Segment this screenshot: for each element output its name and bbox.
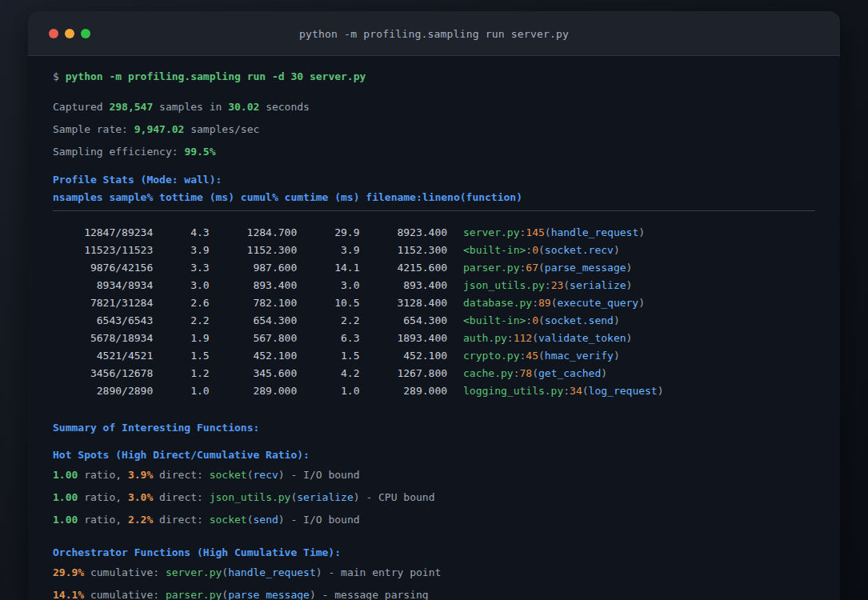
nsamples-cell: 9876/42156 <box>53 259 153 277</box>
sample-pct-cell: 3.0 <box>153 277 209 294</box>
tottime-cell: 987.600 <box>210 259 298 277</box>
prompt-symbol: $ <box>53 70 66 82</box>
cumul-pct-cell: 1.0 <box>297 382 359 400</box>
filename: <built-in> <box>463 314 526 326</box>
colon-separator: : <box>532 297 538 309</box>
close-paren: ) <box>614 314 620 326</box>
line-number: 45 <box>526 350 538 362</box>
tottime-cell: 452.100 <box>210 347 298 365</box>
sample-rate-line: Sample rate: 9,947.02 samples/sec <box>53 122 815 138</box>
open-paren: ( <box>538 244 545 256</box>
cumul-pct-cell: 1.5 <box>297 347 359 365</box>
text-segment: Sampling efficiency: <box>53 146 184 158</box>
cumtime-cell: 4215.600 <box>359 259 447 277</box>
function-location-cell: crypto.py:45(hmac_verify) <box>463 350 620 362</box>
cumtime-cell: 1893.400 <box>359 330 447 347</box>
line-number: 145 <box>526 226 544 238</box>
text-segment: Captured <box>53 101 109 113</box>
text-segment: 9,947.02 <box>134 123 185 135</box>
nsamples-cell: 11523/11523 <box>53 242 153 259</box>
line-number: 67 <box>526 262 538 274</box>
filename: logging_utils.py <box>463 385 563 397</box>
ratio-value: 1.00 <box>53 491 78 503</box>
function-location-cell: logging_utils.py:34(log_request) <box>463 385 663 397</box>
table-row: 7821/312842.6782.10010.53128.400database… <box>53 294 815 312</box>
filename: json_utils.py <box>463 279 545 291</box>
terminal-content[interactable]: $ python -m profiling.sampling run -d 30… <box>28 56 840 600</box>
stats-table-header: nsamples sample% tottime (ms) cumul% cum… <box>53 189 815 206</box>
open-paren: ( <box>247 514 254 526</box>
cumul-pct-cell: 3.0 <box>297 277 359 294</box>
nsamples-cell: 2890/2890 <box>53 382 153 400</box>
bound-note: - CPU bound <box>360 491 435 503</box>
nsamples-cell: 4521/4521 <box>53 347 153 365</box>
function-name: hmac_verify <box>545 350 614 362</box>
close-paren: ) <box>614 350 620 362</box>
filename: cache.py <box>463 367 514 379</box>
tottime-cell: 289.000 <box>210 382 298 400</box>
line-number: 34 <box>570 385 582 397</box>
orchestrator-item: 14.1% cumulative: parser.py(parse_messag… <box>53 584 815 600</box>
captured-line: Captured 298,547 samples in 30.02 second… <box>53 99 815 115</box>
orchestrator-item: 29.9% cumulative: server.py(handle_reque… <box>53 562 815 584</box>
orchestrators-list: 29.9% cumulative: server.py(handle_reque… <box>53 562 815 600</box>
sample-pct-cell: 1.5 <box>153 347 209 365</box>
open-paren: ( <box>563 279 570 291</box>
sample-pct-cell: 3.3 <box>153 259 209 277</box>
function-name: log_request <box>589 385 658 397</box>
function-location-cell: auth.py:112(validate_token) <box>463 332 632 344</box>
table-row: 4521/45211.5452.1001.5452.100crypto.py:4… <box>53 347 815 365</box>
text-segment: samples in <box>153 101 228 113</box>
role-note: - main entry point <box>322 566 442 578</box>
table-divider <box>53 210 815 211</box>
tottime-cell: 782.100 <box>210 294 298 312</box>
function-name: send <box>254 514 278 526</box>
summary-section-title: Summary of Interesting Functions: <box>53 419 815 437</box>
cumtime-cell: 1267.800 <box>359 365 447 382</box>
titlebar[interactable]: python -m profiling.sampling run server.… <box>28 11 840 56</box>
cumtime-cell: 3128.400 <box>359 294 447 312</box>
close-paren: ) <box>658 385 664 397</box>
ratio-label: ratio, <box>78 514 128 526</box>
command-line: $ python -m profiling.sampling run -d 30… <box>53 69 815 85</box>
filename: crypto.py <box>463 350 519 362</box>
command-text: python -m profiling.sampling run -d 30 s… <box>66 70 366 82</box>
sample-pct-cell: 3.9 <box>153 242 209 259</box>
sample-pct-cell: 2.6 <box>153 294 209 312</box>
nsamples-cell: 3456/12678 <box>53 365 153 382</box>
efficiency-line: Sampling efficiency: 99.5% <box>53 144 815 160</box>
close-paren: ) <box>354 491 360 503</box>
ratio-value: 1.00 <box>53 469 78 481</box>
filename: <built-in> <box>463 244 526 256</box>
filename: parser.py <box>463 262 519 274</box>
function-name: validate_token <box>538 332 626 344</box>
cumulative-label: cumulative: <box>84 566 166 578</box>
cumul-pct-cell: 3.9 <box>297 242 359 259</box>
bound-note: - I/O bound <box>285 514 360 526</box>
open-paren: ( <box>538 350 545 362</box>
cumtime-cell: 452.100 <box>359 347 447 365</box>
direct-label: direct: <box>153 514 209 526</box>
close-paren: ) <box>601 367 607 379</box>
direct-label: direct: <box>153 491 209 503</box>
colon-separator: : <box>507 332 514 344</box>
cumul-pct-cell: 14.1 <box>297 259 359 277</box>
role-note: - message parsing <box>316 589 429 600</box>
function-location-cell: server.py:145(handle_request) <box>463 226 645 238</box>
hot-spot-item: 1.00 ratio, 3.0% direct: json_utils.py(s… <box>53 486 815 509</box>
ratio-value: 1.00 <box>53 514 78 526</box>
line-number: 89 <box>538 297 551 309</box>
line-number: 78 <box>520 367 533 379</box>
tottime-cell: 345.600 <box>210 365 298 382</box>
target-name: parser.py <box>166 589 222 600</box>
hot-spots-list: 1.00 ratio, 3.9% direct: socket(recv) - … <box>53 464 815 531</box>
orchestrators-title: Orchestrator Functions (High Cumulative … <box>53 544 815 562</box>
open-paren: ( <box>582 385 589 397</box>
open-paren: ( <box>545 226 551 238</box>
close-paren: ) <box>278 514 285 526</box>
text-segment: 99.5% <box>184 146 215 158</box>
close-paren: ) <box>638 226 645 238</box>
cumtime-cell: 1152.300 <box>359 242 447 259</box>
table-row: 6543/65432.2654.3002.2654.300<built-in>:… <box>53 312 815 330</box>
direct-pct: 2.2% <box>128 514 153 526</box>
